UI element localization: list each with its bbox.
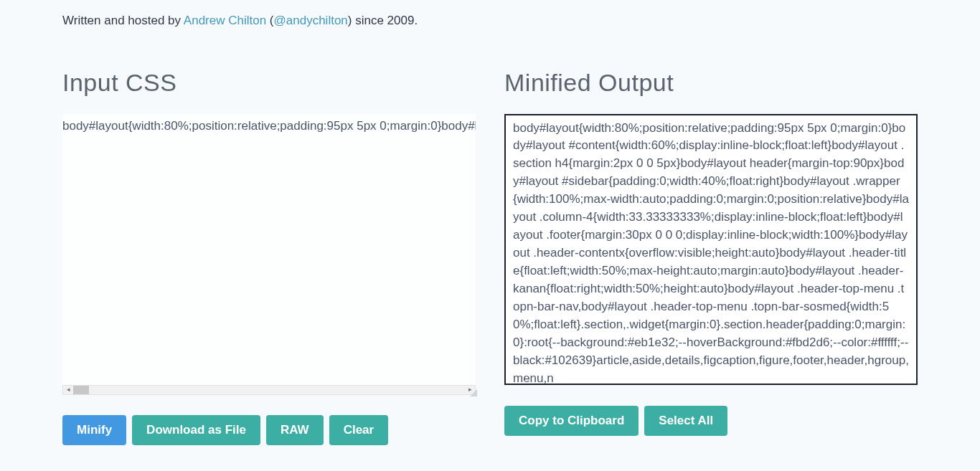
resize-handle[interactable]: [470, 389, 477, 396]
copy-button[interactable]: Copy to Clipboard: [504, 406, 639, 436]
clear-button[interactable]: Clear: [329, 415, 389, 445]
raw-button[interactable]: RAW: [266, 415, 324, 445]
output-column: Minified Output Copy to Clipboard Select…: [504, 65, 918, 445]
output-heading: Minified Output: [504, 65, 918, 101]
output-textarea[interactable]: [504, 114, 918, 385]
credit-prefix: Written and hosted by: [62, 14, 184, 27]
input-column: Input CSS body#layout{width:80%;position…: [62, 65, 476, 445]
input-heading: Input CSS: [62, 65, 476, 101]
scroll-track[interactable]: [73, 386, 465, 394]
author-credit: Written and hosted by Andrew Chilton (@a…: [42, 0, 938, 36]
author-link[interactable]: Andrew Chilton: [184, 14, 266, 27]
scroll-left-arrow[interactable]: ◂: [63, 386, 73, 394]
author-handle-link[interactable]: @andychilton: [274, 14, 348, 27]
horizontal-scrollbar[interactable]: ◂ ▸: [62, 385, 476, 395]
credit-suffix: ) since 2009.: [348, 14, 418, 27]
input-css-textarea[interactable]: body#layout{width:80%;position:relative;…: [62, 114, 476, 385]
select-all-button[interactable]: Select All: [644, 406, 727, 436]
scroll-thumb[interactable]: [73, 386, 89, 394]
download-button[interactable]: Download as File: [132, 415, 260, 445]
credit-handle-open: (: [266, 14, 273, 27]
minify-button[interactable]: Minify: [62, 415, 126, 445]
